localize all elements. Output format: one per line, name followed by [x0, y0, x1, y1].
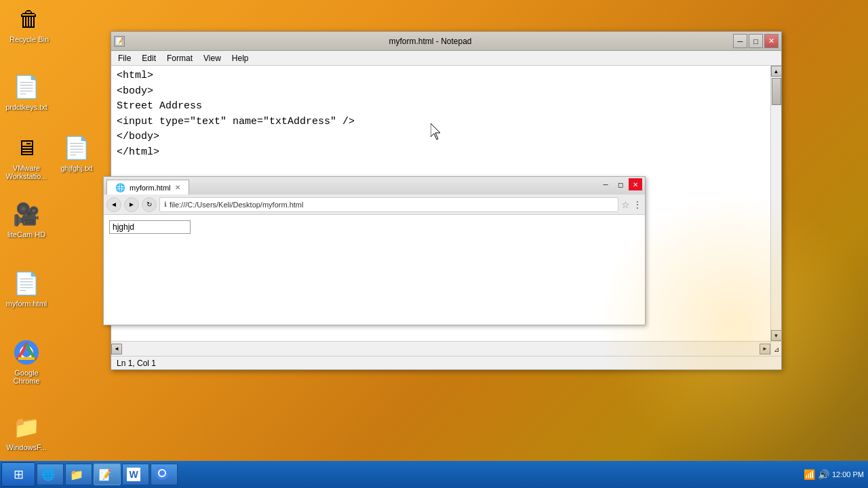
notepad-titlebar: 📝 myform.html - Notepad ─ □ ✕: [111, 32, 781, 51]
recycle-bin-icon: 🗑: [16, 5, 43, 33]
desktop-icon-myform[interactable]: 📄 myform.html: [3, 270, 50, 308]
myform-icon: 📄: [13, 270, 40, 297]
taskbar-item-ie[interactable]: 🌐: [37, 464, 64, 485]
notepad-menu-view[interactable]: View: [198, 52, 226, 64]
tray-network-icon: 📶: [804, 469, 815, 480]
notepad-title: myform.html - Notepad: [127, 37, 733, 46]
taskbar-item-word[interactable]: W: [122, 464, 149, 485]
svg-point-6: [159, 470, 165, 476]
chrome-titlebar: 🌐 myform.html ✕ ─ ◻ ✕: [104, 177, 645, 195]
chrome-window: 🌐 myform.html ✕ ─ ◻ ✕ ◄ ► ↻ ℹ file:///C:…: [103, 176, 646, 325]
prdctkeys-icon: 📄: [13, 73, 40, 100]
desktop-icon-chrome[interactable]: Google Chrome: [3, 339, 50, 385]
chrome-minimize-button[interactable]: ─: [599, 178, 612, 190]
word-taskbar-icon: W: [127, 468, 140, 481]
ghjfghj-icon: 📄: [63, 134, 90, 161]
notepad-minimize-button[interactable]: ─: [733, 34, 747, 48]
prdctkeys-label: prdctkeys.txt: [5, 103, 47, 111]
recycle-bin-label: Recycle Bin: [9, 35, 49, 43]
taskbar-clock: 12:00 PM: [832, 470, 864, 479]
chrome-txtaddress-input[interactable]: [109, 220, 191, 234]
taskbar-item-notepad[interactable]: 📝: [94, 464, 121, 485]
taskbar-item-chrome[interactable]: [151, 464, 178, 485]
explorer-taskbar-icon: 📁: [70, 468, 83, 481]
chrome-tab[interactable]: 🌐 myform.html ✕: [106, 180, 189, 195]
chrome-taskbar-icon: [155, 466, 169, 483]
notepad-menubar: File Edit Format View Help: [111, 51, 781, 66]
chrome-restore-button[interactable]: ◻: [614, 178, 627, 190]
chrome-desktop-icon: [13, 339, 40, 366]
desktop-icon-recycle-bin[interactable]: 🗑 Recycle Bin: [5, 5, 53, 43]
desktop-icon-litecam[interactable]: 🎥 liteCam HD: [3, 201, 50, 239]
vmware-label: VMware Workstatio...: [3, 164, 50, 180]
desktop-icon-windowsf[interactable]: 📁 WindowsF...: [3, 413, 50, 451]
tray-volume-icon: 🔊: [818, 469, 829, 480]
notepad-menu-format[interactable]: Format: [161, 52, 198, 64]
chrome-close-button[interactable]: ✕: [629, 178, 642, 190]
chrome-toolbar: ◄ ► ↻ ℹ file:///C:/Users/Keli/Desktop/my…: [104, 195, 645, 215]
chrome-back-button[interactable]: ◄: [106, 197, 121, 212]
chrome-reload-button[interactable]: ↻: [142, 197, 157, 212]
notepad-titlebar-controls: ─ □ ✕: [733, 34, 778, 48]
notepad-menu-help[interactable]: Help: [226, 52, 254, 64]
taskbar-time: 12:00 PM: [832, 470, 864, 479]
litecam-icon: 🎥: [13, 201, 40, 228]
litecam-label: liteCam HD: [7, 230, 45, 239]
chrome-content: [104, 215, 645, 325]
notepad-window-icon: 📝: [114, 36, 125, 47]
background-decoration: [597, 190, 868, 461]
notepad-maximize-button[interactable]: □: [749, 34, 763, 48]
scrollbar-up-arrow[interactable]: ▲: [771, 66, 782, 77]
notepad-menu-file[interactable]: File: [113, 52, 136, 64]
taskbar-item-explorer[interactable]: 📁: [65, 464, 92, 485]
ie-taskbar-icon: 🌐: [41, 468, 55, 481]
taskbar-items: 🌐 📁 📝 W: [37, 462, 801, 487]
notepad-cursor-position: Ln 1, Col 1: [117, 359, 156, 368]
notepad-close-button[interactable]: ✕: [764, 34, 778, 48]
chrome-forward-button[interactable]: ►: [124, 197, 139, 212]
chrome-address-bar[interactable]: ℹ file:///C:/Users/Keli/Desktop/myform.h…: [159, 197, 618, 212]
desktop-icon-vmware[interactable]: 🖥 VMware Workstatio...: [3, 134, 50, 180]
notepad-menu-edit[interactable]: Edit: [136, 52, 161, 64]
chrome-desktop-label: Google Chrome: [3, 369, 50, 385]
myform-label: myform.html: [6, 300, 47, 308]
scrollbar-thumb[interactable]: [772, 78, 781, 105]
notepad-taskbar-icon: 📝: [98, 468, 112, 481]
chrome-favicon: 🌐: [115, 183, 125, 192]
chrome-address-text: file:///C:/Users/Keli/Desktop/myform.htm…: [170, 201, 303, 209]
scrollbar-left-arrow[interactable]: ◄: [111, 344, 122, 354]
windowsf-icon: 📁: [13, 413, 40, 441]
secure-icon: ℹ: [164, 201, 167, 208]
start-button[interactable]: ⊞: [1, 462, 35, 487]
desktop-icon-prdctkeys[interactable]: 📄 prdctkeys.txt: [3, 73, 50, 111]
taskbar-tray: 📶 🔊 12:00 PM: [801, 469, 867, 480]
taskbar: ⊞ 🌐 📁 📝 W: [0, 461, 868, 488]
windowsf-label: WindowsF...: [6, 443, 46, 451]
desktop-icon-ghjfghj[interactable]: 📄 ghjfghj.txt: [53, 134, 100, 172]
chrome-tab-label: myform.html: [130, 184, 171, 192]
chrome-tab-close-button[interactable]: ✕: [175, 184, 180, 191]
desktop: 🗑 Recycle Bin 📄 prdctkeys.txt 🖥 VMware W…: [0, 0, 868, 488]
ghjfghj-label: ghjfghj.txt: [60, 164, 92, 172]
vmware-icon: 🖥: [13, 134, 40, 161]
